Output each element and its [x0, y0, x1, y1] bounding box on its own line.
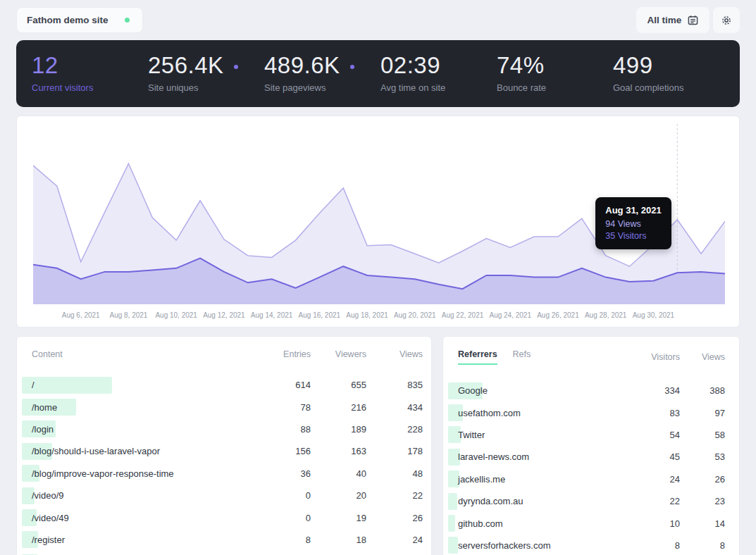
row-value: 22 [631, 496, 680, 506]
row-value: 655 [311, 380, 366, 390]
stat-label: Bounce rate [497, 82, 613, 93]
stat-value: 74% [497, 52, 545, 79]
date-range-button[interactable]: All time [636, 7, 709, 33]
stat-goal-completions: 499 Goal completions [613, 52, 729, 93]
stat-bounce-rate: 74% Bounce rate [497, 52, 613, 93]
row-value: 216 [311, 402, 366, 413]
row-highlight-bar [22, 377, 112, 394]
x-axis-label: Aug 12, 2021 [203, 311, 245, 319]
column-header-viewers: Viewers [311, 349, 366, 359]
referrers-table-header: Referrers Refs Visitors Views [448, 349, 725, 365]
row-value: 88 [254, 424, 311, 435]
table-row[interactable]: /blog/improve-vapor-response-time364048 [22, 463, 423, 485]
table-row[interactable]: /home78216434 [22, 396, 423, 418]
x-axis-label: Aug 20, 2021 [394, 311, 436, 319]
row-value: 48 [366, 468, 423, 479]
table-row[interactable]: /614655835 [22, 374, 423, 396]
row-value: 835 [366, 380, 423, 390]
table-row[interactable]: jackellis.me2426 [448, 468, 725, 490]
x-axis-label: Aug 10, 2021 [155, 311, 197, 319]
row-value: 58 [680, 430, 725, 440]
row-value: 24 [631, 474, 680, 485]
stat-label: Site uniques [148, 82, 264, 93]
table-row[interactable]: /video/4901926 [22, 506, 423, 528]
row-value: 8 [254, 535, 311, 545]
stat-value: 256.4K [148, 52, 224, 79]
row-label: Twitter [448, 430, 485, 440]
stat-label: Site pageviews [264, 82, 380, 93]
column-header-views: Views [680, 352, 725, 362]
row-value: 163 [311, 446, 366, 456]
table-row[interactable]: Twitter5458 [448, 424, 725, 446]
row-value: 156 [254, 446, 311, 456]
area-chart[interactable]: Aug 31, 2021 94 Views 35 Visitors [33, 124, 725, 304]
row-value: 614 [254, 380, 311, 390]
site-name: Fathom demo site [27, 15, 125, 25]
calendar-icon [688, 15, 698, 25]
table-row[interactable]: dyrynda.com.au2223 [448, 490, 725, 512]
stat-site-pageviews: 489.6K Site pageviews [264, 52, 380, 93]
row-label: /blog/improve-vapor-response-time [22, 468, 174, 479]
row-value: 434 [366, 402, 423, 413]
row-label: usefathom.com [448, 408, 521, 418]
table-row[interactable]: /login88189228 [22, 418, 423, 440]
row-value: 22 [366, 490, 423, 501]
tab-referrers[interactable]: Referrers [458, 349, 497, 365]
stat-value: 02:39 [380, 52, 440, 79]
row-value: 14 [680, 518, 725, 529]
site-switcher[interactable]: Fathom demo site [16, 7, 143, 33]
table-row[interactable]: /video/902022 [22, 485, 423, 506]
row-value: 0 [254, 513, 311, 523]
row-label: /register [22, 535, 65, 545]
content-table-body: /614655835/home78216434/login88189228/bl… [17, 374, 431, 555]
stat-value: 12 [32, 52, 58, 79]
content-panel: Content Entries Viewers Views /614655835… [16, 336, 432, 555]
row-value: 334 [631, 385, 680, 396]
stat-site-uniques: 256.4K Site uniques [148, 52, 264, 93]
row-value: 53 [680, 451, 725, 462]
stat-label: Goal completions [613, 82, 729, 93]
row-label: Google [448, 385, 488, 396]
gear-icon [721, 15, 732, 26]
stat-dot [234, 65, 238, 69]
row-label: serversforhackers.com [448, 540, 550, 551]
row-value: 18 [311, 535, 366, 545]
row-value: 78 [254, 402, 311, 413]
stat-dot [350, 65, 354, 69]
traffic-chart-panel: Aug 31, 2021 94 Views 35 Visitors Aug 6,… [16, 116, 740, 328]
row-value: 8 [631, 540, 680, 551]
row-value: 83 [631, 408, 680, 418]
settings-button[interactable] [713, 7, 740, 33]
top-bar: Fathom demo site All time [0, 0, 756, 39]
row-label: dyrynda.com.au [448, 496, 523, 506]
date-range-label: All time [647, 15, 682, 25]
referrers-panel: Referrers Refs Visitors Views Google3343… [442, 336, 740, 555]
tab-refs[interactable]: Refs [513, 349, 531, 363]
row-value: 8 [680, 540, 725, 551]
row-label: /video/49 [22, 513, 69, 523]
content-table-header: Content Entries Viewers Views [22, 349, 423, 359]
row-label: /video/9 [22, 490, 64, 501]
table-row[interactable]: laravel-news.com4553 [448, 446, 725, 468]
row-value: 26 [366, 513, 423, 523]
x-axis-label: Aug 14, 2021 [251, 311, 293, 319]
tooltip-date: Aug 31, 2021 [605, 205, 662, 216]
live-status-dot [125, 18, 130, 23]
referrers-table-body: Google334388usefathom.com8397Twitter5458… [443, 380, 739, 555]
column-header-views: Views [366, 349, 423, 359]
table-row-partial [22, 551, 423, 555]
stat-value: 489.6K [264, 52, 340, 79]
row-value: 189 [311, 424, 366, 435]
table-row[interactable]: github.com1014 [448, 512, 725, 534]
x-axis-label: Aug 28, 2021 [585, 311, 627, 319]
row-value: 36 [254, 468, 311, 479]
table-row[interactable]: /register81824 [22, 529, 423, 551]
x-axis-label: Aug 30, 2021 [633, 311, 675, 319]
tooltip-visitors: 35 Visitors [605, 231, 662, 241]
table-row[interactable]: Google334388 [448, 380, 725, 401]
table-row[interactable]: usefathom.com8397 [448, 401, 725, 423]
table-row[interactable]: serversforhackers.com88 [448, 535, 725, 555]
table-row[interactable]: /blog/should-i-use-laravel-vapor15616317… [22, 440, 423, 462]
stat-value: 499 [613, 52, 653, 79]
column-header-visitors: Visitors [631, 352, 680, 362]
